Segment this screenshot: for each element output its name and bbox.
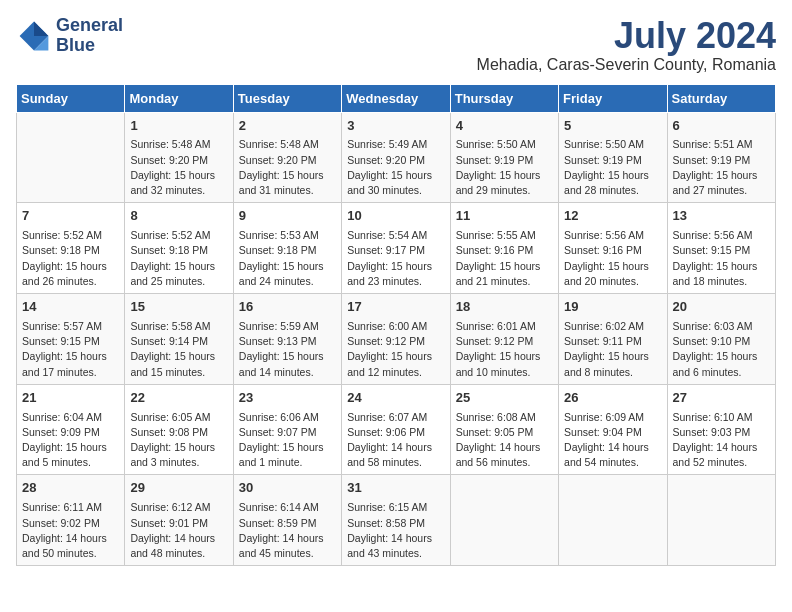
day-number: 16	[239, 298, 336, 317]
svg-marker-1	[34, 21, 48, 35]
day-info: Sunrise: 5:48 AM Sunset: 9:20 PM Dayligh…	[130, 137, 227, 198]
day-info: Sunrise: 6:15 AM Sunset: 8:58 PM Dayligh…	[347, 500, 444, 561]
day-info: Sunrise: 5:56 AM Sunset: 9:16 PM Dayligh…	[564, 228, 661, 289]
day-number: 29	[130, 479, 227, 498]
header-day: Friday	[559, 84, 667, 112]
calendar-cell: 20Sunrise: 6:03 AM Sunset: 9:10 PM Dayli…	[667, 294, 775, 385]
calendar-week-row: 28Sunrise: 6:11 AM Sunset: 9:02 PM Dayli…	[17, 475, 776, 566]
day-number: 15	[130, 298, 227, 317]
page-header: General Blue July 2024 Mehadia, Caras-Se…	[16, 16, 776, 74]
day-number: 19	[564, 298, 661, 317]
day-info: Sunrise: 6:02 AM Sunset: 9:11 PM Dayligh…	[564, 319, 661, 380]
logo-icon	[16, 18, 52, 54]
calendar-cell: 4Sunrise: 5:50 AM Sunset: 9:19 PM Daylig…	[450, 112, 558, 203]
calendar-week-row: 14Sunrise: 5:57 AM Sunset: 9:15 PM Dayli…	[17, 294, 776, 385]
calendar-cell: 16Sunrise: 5:59 AM Sunset: 9:13 PM Dayli…	[233, 294, 341, 385]
header-row: SundayMondayTuesdayWednesdayThursdayFrid…	[17, 84, 776, 112]
calendar-cell: 26Sunrise: 6:09 AM Sunset: 9:04 PM Dayli…	[559, 384, 667, 475]
day-number: 30	[239, 479, 336, 498]
day-info: Sunrise: 6:06 AM Sunset: 9:07 PM Dayligh…	[239, 410, 336, 471]
calendar-subtitle: Mehadia, Caras-Severin County, Romania	[477, 56, 776, 74]
calendar-cell: 13Sunrise: 5:56 AM Sunset: 9:15 PM Dayli…	[667, 203, 775, 294]
day-info: Sunrise: 6:01 AM Sunset: 9:12 PM Dayligh…	[456, 319, 553, 380]
header-day: Thursday	[450, 84, 558, 112]
calendar-cell: 8Sunrise: 5:52 AM Sunset: 9:18 PM Daylig…	[125, 203, 233, 294]
day-number: 4	[456, 117, 553, 136]
calendar-cell	[559, 475, 667, 566]
day-number: 8	[130, 207, 227, 226]
calendar-cell	[17, 112, 125, 203]
day-number: 7	[22, 207, 119, 226]
day-info: Sunrise: 5:52 AM Sunset: 9:18 PM Dayligh…	[130, 228, 227, 289]
calendar-cell: 27Sunrise: 6:10 AM Sunset: 9:03 PM Dayli…	[667, 384, 775, 475]
day-info: Sunrise: 6:11 AM Sunset: 9:02 PM Dayligh…	[22, 500, 119, 561]
calendar-cell: 21Sunrise: 6:04 AM Sunset: 9:09 PM Dayli…	[17, 384, 125, 475]
day-number: 2	[239, 117, 336, 136]
calendar-body: 1Sunrise: 5:48 AM Sunset: 9:20 PM Daylig…	[17, 112, 776, 566]
day-info: Sunrise: 5:57 AM Sunset: 9:15 PM Dayligh…	[22, 319, 119, 380]
calendar-cell: 3Sunrise: 5:49 AM Sunset: 9:20 PM Daylig…	[342, 112, 450, 203]
calendar-cell: 19Sunrise: 6:02 AM Sunset: 9:11 PM Dayli…	[559, 294, 667, 385]
day-info: Sunrise: 5:55 AM Sunset: 9:16 PM Dayligh…	[456, 228, 553, 289]
logo: General Blue	[16, 16, 123, 56]
day-info: Sunrise: 6:07 AM Sunset: 9:06 PM Dayligh…	[347, 410, 444, 471]
day-info: Sunrise: 5:48 AM Sunset: 9:20 PM Dayligh…	[239, 137, 336, 198]
calendar-week-row: 1Sunrise: 5:48 AM Sunset: 9:20 PM Daylig…	[17, 112, 776, 203]
day-info: Sunrise: 6:05 AM Sunset: 9:08 PM Dayligh…	[130, 410, 227, 471]
calendar-cell: 12Sunrise: 5:56 AM Sunset: 9:16 PM Dayli…	[559, 203, 667, 294]
header-day: Monday	[125, 84, 233, 112]
day-info: Sunrise: 5:49 AM Sunset: 9:20 PM Dayligh…	[347, 137, 444, 198]
day-info: Sunrise: 6:03 AM Sunset: 9:10 PM Dayligh…	[673, 319, 770, 380]
title-block: July 2024 Mehadia, Caras-Severin County,…	[477, 16, 776, 74]
day-number: 22	[130, 389, 227, 408]
day-number: 11	[456, 207, 553, 226]
calendar-week-row: 21Sunrise: 6:04 AM Sunset: 9:09 PM Dayli…	[17, 384, 776, 475]
day-number: 12	[564, 207, 661, 226]
calendar-cell: 10Sunrise: 5:54 AM Sunset: 9:17 PM Dayli…	[342, 203, 450, 294]
day-number: 10	[347, 207, 444, 226]
calendar-cell: 9Sunrise: 5:53 AM Sunset: 9:18 PM Daylig…	[233, 203, 341, 294]
calendar-cell: 11Sunrise: 5:55 AM Sunset: 9:16 PM Dayli…	[450, 203, 558, 294]
calendar-header: SundayMondayTuesdayWednesdayThursdayFrid…	[17, 84, 776, 112]
day-info: Sunrise: 5:54 AM Sunset: 9:17 PM Dayligh…	[347, 228, 444, 289]
day-number: 1	[130, 117, 227, 136]
calendar-week-row: 7Sunrise: 5:52 AM Sunset: 9:18 PM Daylig…	[17, 203, 776, 294]
day-number: 3	[347, 117, 444, 136]
calendar-cell: 29Sunrise: 6:12 AM Sunset: 9:01 PM Dayli…	[125, 475, 233, 566]
day-number: 31	[347, 479, 444, 498]
calendar-cell: 7Sunrise: 5:52 AM Sunset: 9:18 PM Daylig…	[17, 203, 125, 294]
day-info: Sunrise: 5:50 AM Sunset: 9:19 PM Dayligh…	[456, 137, 553, 198]
day-number: 20	[673, 298, 770, 317]
day-info: Sunrise: 6:04 AM Sunset: 9:09 PM Dayligh…	[22, 410, 119, 471]
day-info: Sunrise: 5:51 AM Sunset: 9:19 PM Dayligh…	[673, 137, 770, 198]
day-number: 26	[564, 389, 661, 408]
header-day: Wednesday	[342, 84, 450, 112]
logo-line1: General	[56, 16, 123, 36]
day-number: 5	[564, 117, 661, 136]
day-number: 17	[347, 298, 444, 317]
calendar-cell: 15Sunrise: 5:58 AM Sunset: 9:14 PM Dayli…	[125, 294, 233, 385]
calendar-cell: 6Sunrise: 5:51 AM Sunset: 9:19 PM Daylig…	[667, 112, 775, 203]
day-info: Sunrise: 6:08 AM Sunset: 9:05 PM Dayligh…	[456, 410, 553, 471]
day-info: Sunrise: 5:53 AM Sunset: 9:18 PM Dayligh…	[239, 228, 336, 289]
calendar-cell: 22Sunrise: 6:05 AM Sunset: 9:08 PM Dayli…	[125, 384, 233, 475]
day-number: 9	[239, 207, 336, 226]
day-number: 13	[673, 207, 770, 226]
day-number: 24	[347, 389, 444, 408]
logo-text: General Blue	[56, 16, 123, 56]
day-info: Sunrise: 5:58 AM Sunset: 9:14 PM Dayligh…	[130, 319, 227, 380]
day-info: Sunrise: 6:14 AM Sunset: 8:59 PM Dayligh…	[239, 500, 336, 561]
day-number: 14	[22, 298, 119, 317]
calendar-cell: 28Sunrise: 6:11 AM Sunset: 9:02 PM Dayli…	[17, 475, 125, 566]
header-day: Tuesday	[233, 84, 341, 112]
day-number: 25	[456, 389, 553, 408]
calendar-cell: 17Sunrise: 6:00 AM Sunset: 9:12 PM Dayli…	[342, 294, 450, 385]
day-info: Sunrise: 5:52 AM Sunset: 9:18 PM Dayligh…	[22, 228, 119, 289]
day-number: 28	[22, 479, 119, 498]
calendar-cell: 30Sunrise: 6:14 AM Sunset: 8:59 PM Dayli…	[233, 475, 341, 566]
day-info: Sunrise: 5:56 AM Sunset: 9:15 PM Dayligh…	[673, 228, 770, 289]
header-day: Saturday	[667, 84, 775, 112]
day-number: 21	[22, 389, 119, 408]
calendar-cell: 24Sunrise: 6:07 AM Sunset: 9:06 PM Dayli…	[342, 384, 450, 475]
calendar-cell: 18Sunrise: 6:01 AM Sunset: 9:12 PM Dayli…	[450, 294, 558, 385]
